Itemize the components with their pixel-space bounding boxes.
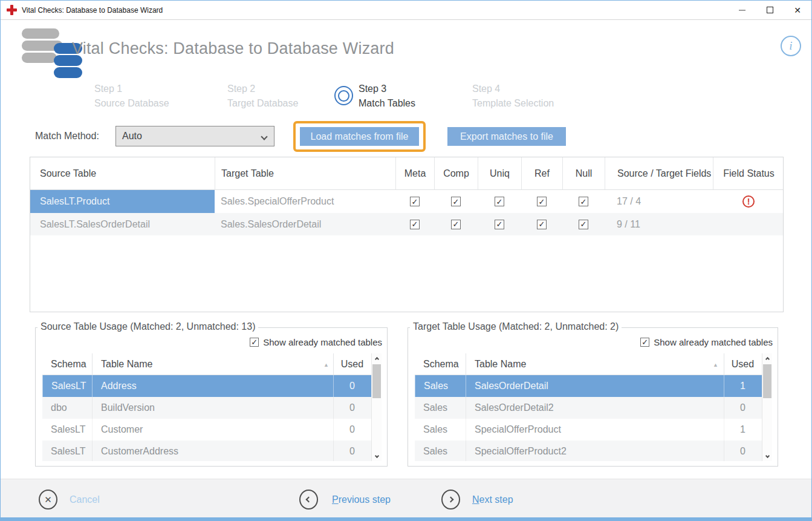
cancel-x-icon: ✕ [39,490,57,510]
target-usage-groupbox: Target Table Usage (Matched: 2, Unmatche… [408,327,778,467]
chevron-left-icon [299,490,318,510]
maximize-icon [767,7,773,13]
target-table-cell[interactable]: Sales.SpecialOfferProduct [215,190,395,213]
scroll-down-icon[interactable] [372,451,382,460]
load-matches-button[interactable]: Load matches from file [300,127,419,146]
table-row[interactable]: SalesLT CustomerAddress 0 [42,441,382,461]
col-null[interactable]: Null [562,157,605,189]
field-status-empty [713,213,784,235]
info-icon[interactable]: i [781,36,801,56]
close-button[interactable]: ✕ [784,1,811,19]
app-cross-icon [7,5,17,15]
table-row[interactable]: dbo BuildVersion 0 [42,397,382,419]
window-controls: ✕ [728,1,811,19]
source-table-cell[interactable]: SalesLT.SalesOrderDetail [30,213,215,235]
logo-bar [22,53,57,63]
table-row[interactable]: Sales SalesOrderDetail 1 [415,375,772,397]
chevron-right-icon [441,490,460,510]
scroll-thumb[interactable] [763,364,771,398]
step-3-current[interactable]: Step 3 Match Tables [359,82,415,111]
col-source-table[interactable]: Source Table [30,157,215,189]
window-title: Vital Checks: Database to Database Wizar… [22,6,163,15]
target-show-matched-checkbox[interactable]: ✓ Show already matched tables [640,337,773,347]
ref-checkbox[interactable]: ✓ [537,220,547,229]
scroll-up-icon[interactable] [762,354,772,364]
target-table-cell[interactable]: Sales.SalesOrderDetail [215,213,395,235]
checkbox-label: Show already matched tables [263,337,382,347]
col-source-target-fields[interactable]: Source / Target Fields [605,157,713,189]
source-usage-table: Schema Table Name Used ▲ SalesLT Address… [42,353,382,461]
uniq-checkbox[interactable]: ✓ [495,220,504,229]
comp-checkbox[interactable]: ✓ [451,197,461,206]
col-comp[interactable]: Comp [434,157,478,189]
minimize-button[interactable] [728,1,756,19]
sort-asc-icon: ▲ [323,362,329,368]
step-name: Step 2 [227,82,298,96]
step-label: Template Selection [472,96,554,111]
table-row[interactable]: Sales SalesOrderDetail2 0 [415,397,772,419]
table-row[interactable]: Sales SpecialOfferProduct 1 [415,419,772,441]
fields-count: 9 / 11 [605,213,713,235]
source-show-matched-checkbox[interactable]: ✓ Show already matched tables [250,337,382,347]
checkbox-icon: ✓ [250,338,259,347]
step-4[interactable]: Step 4 Template Selection [472,82,554,111]
table-row[interactable]: Sales SpecialOfferProduct2 0 [415,441,772,461]
col-schema[interactable]: Schema [415,353,466,375]
col-used[interactable]: Used [724,353,761,375]
meta-checkbox[interactable]: ✓ [410,220,420,229]
logo-bar [22,28,59,39]
source-table-cell[interactable]: SalesLT.Product [30,190,215,213]
page-title: Vital Checks: Database to Database Wizar… [72,39,394,58]
scroll-down-icon[interactable] [762,451,772,460]
meta-checkbox[interactable]: ✓ [410,197,420,206]
col-schema[interactable]: Schema [42,353,92,375]
ref-checkbox[interactable]: ✓ [537,197,547,206]
step-label: Match Tables [359,96,415,111]
null-checkbox[interactable]: ✓ [579,220,588,229]
comp-checkbox[interactable]: ✓ [451,220,461,229]
minimize-icon [739,10,745,11]
titlebar: Vital Checks: Database to Database Wizar… [1,1,811,20]
fields-count: 17 / 4 [605,190,713,213]
previous-step-button[interactable]: Previous step [299,490,391,510]
table-row[interactable]: SalesLT Customer 0 [42,419,382,441]
next-step-label: Next step [472,494,513,505]
step-2[interactable]: Step 2 Target Database [227,82,298,111]
table-row[interactable]: SalesLT Address 0 [42,375,382,397]
scroll-thumb[interactable] [372,364,381,398]
scrollbar[interactable] [762,353,772,461]
field-status-error-icon[interactable]: ! [742,195,755,208]
step-name: Step 4 [472,82,554,96]
null-checkbox[interactable]: ✓ [579,197,588,206]
uniq-checkbox[interactable]: ✓ [495,197,504,206]
window-bottom-border [1,517,811,520]
step-label: Source Database [94,96,169,111]
scroll-up-icon[interactable] [372,354,382,364]
col-ref[interactable]: Ref [521,157,562,189]
match-method-select[interactable]: Auto [115,126,274,146]
step-1[interactable]: Step 1 Source Database [94,82,169,111]
col-used[interactable]: Used [333,353,371,375]
maximize-button[interactable] [756,1,784,19]
col-target-table[interactable]: Target Table [215,157,395,189]
next-step-button[interactable]: Next step [441,490,513,510]
target-usage-title: Target Table Usage (Matched: 2, Unmatche… [410,321,622,332]
col-uniq[interactable]: Uniq [478,157,521,189]
match-table-grid: Source Table Target Table Meta Comp Uniq… [30,157,784,312]
close-icon: ✕ [794,6,801,15]
col-table-name[interactable]: Table Name [92,353,333,375]
cancel-button[interactable]: ✕ Cancel [39,490,100,510]
sort-asc-icon: ▲ [713,362,718,368]
export-matches-button[interactable]: Export matches to file [447,127,566,146]
scrollbar[interactable] [371,353,382,461]
col-field-status[interactable]: Field Status [713,157,784,189]
match-row-1[interactable]: SalesLT.Product Sales.SpecialOfferProduc… [30,190,783,213]
usage-header-row: Schema Table Name Used ▲ [42,353,382,375]
wizard-window: Vital Checks: Database to Database Wizar… [0,0,812,521]
annotation-highlight: Load matches from file [293,121,426,152]
usage-header-row: Schema Table Name Used ▲ [415,353,772,375]
chevron-down-icon [261,133,267,140]
col-table-name[interactable]: Table Name [466,353,724,375]
match-row-2[interactable]: SalesLT.SalesOrderDetail Sales.SalesOrde… [30,213,783,235]
col-meta[interactable]: Meta [395,157,434,189]
